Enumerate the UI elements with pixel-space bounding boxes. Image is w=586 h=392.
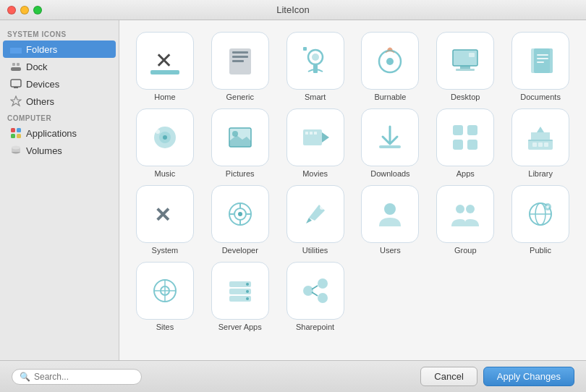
icon-item-group[interactable]: Group: [431, 185, 499, 255]
icon-box-music[interactable]: [136, 108, 194, 166]
icon-box-group[interactable]: [436, 185, 494, 243]
icon-item-server-apps[interactable]: Server Apps: [206, 262, 274, 331]
content-area: ✕ Home Generic: [119, 20, 586, 360]
cancel-button[interactable]: Cancel: [420, 367, 477, 386]
svg-rect-60: [467, 125, 477, 135]
svg-point-12: [12, 146, 20, 150]
icon-item-utilities[interactable]: Utilities: [281, 185, 349, 255]
icon-box-smart[interactable]: [286, 32, 344, 90]
icon-box-burnable[interactable]: [361, 32, 419, 90]
main-content: SYSTEM ICONS Folders Dock: [0, 20, 586, 360]
svg-rect-32: [460, 66, 470, 69]
icon-label-burnable: Burnable: [374, 93, 406, 101]
icon-item-library[interactable]: Library: [506, 108, 574, 178]
icon-item-developer[interactable]: Developer: [206, 185, 274, 255]
svg-rect-19: [232, 56, 248, 58]
icon-item-pictures[interactable]: Pictures: [206, 108, 274, 178]
svg-rect-6: [11, 128, 15, 132]
svg-rect-8: [11, 134, 15, 138]
icon-item-movies[interactable]: Movies: [281, 108, 349, 178]
icon-item-downloads[interactable]: Downloads: [357, 108, 425, 178]
search-input[interactable]: [34, 372, 134, 382]
icon-item-burnable[interactable]: Burnable: [357, 32, 425, 101]
maximize-button[interactable]: [33, 6, 42, 14]
icon-box-desktop[interactable]: [436, 32, 494, 90]
icon-label-apps: Apps: [457, 169, 475, 178]
icon-item-sites[interactable]: Sites: [131, 262, 199, 331]
svg-rect-18: [232, 51, 248, 54]
svg-rect-7: [17, 128, 21, 132]
sidebar-item-folders[interactable]: Folders: [3, 41, 116, 58]
search-box[interactable]: 🔍: [12, 369, 142, 385]
minimize-button[interactable]: [20, 6, 29, 14]
icon-item-music[interactable]: Music: [131, 108, 199, 178]
icon-item-documents[interactable]: Documents: [506, 32, 574, 101]
applications-icon: [10, 127, 22, 139]
svg-point-92: [546, 205, 549, 208]
svg-rect-24: [303, 47, 307, 51]
svg-rect-53: [305, 132, 308, 135]
icon-item-public[interactable]: Public: [506, 185, 574, 255]
svg-rect-55: [314, 132, 317, 135]
icon-box-utilities[interactable]: [286, 185, 344, 243]
icon-box-system[interactable]: ✕: [136, 185, 194, 243]
sidebar-item-devices[interactable]: Devices: [3, 75, 116, 93]
sidebar-item-applications[interactable]: Applications: [3, 124, 116, 142]
icon-box-pictures[interactable]: [211, 108, 269, 166]
svg-rect-69: [544, 142, 548, 147]
svg-rect-62: [467, 140, 477, 150]
svg-point-83: [384, 203, 396, 215]
icon-box-library[interactable]: [511, 108, 569, 166]
computer-label: COMPUTER: [0, 110, 119, 124]
icon-box-public[interactable]: [511, 185, 569, 243]
icon-box-home[interactable]: ✕: [136, 32, 194, 90]
icon-item-desktop[interactable]: Desktop: [431, 32, 499, 101]
svg-rect-68: [538, 142, 543, 147]
icon-box-generic[interactable]: [211, 32, 269, 90]
icon-item-users[interactable]: Users: [357, 185, 425, 255]
close-button[interactable]: [7, 6, 16, 14]
svg-rect-30: [453, 50, 477, 66]
svg-point-103: [246, 290, 249, 293]
window-title: LiteIcon: [276, 4, 310, 15]
sidebar-item-volumes[interactable]: Volumes: [3, 142, 116, 159]
sidebar-item-dock[interactable]: Dock: [3, 58, 116, 75]
icon-box-movies[interactable]: [286, 108, 344, 166]
svg-rect-37: [534, 48, 553, 73]
icon-box-documents[interactable]: [511, 32, 569, 90]
icon-item-sharepoint[interactable]: Sharepoint: [281, 262, 349, 331]
svg-point-81: [320, 205, 324, 210]
svg-rect-58: [447, 119, 483, 155]
icon-box-sites[interactable]: [136, 262, 194, 320]
svg-point-45: [156, 129, 160, 134]
icon-box-downloads[interactable]: [361, 108, 419, 166]
icon-label-generic: Generic: [226, 93, 254, 101]
svg-rect-66: [528, 140, 553, 141]
sidebar-item-applications-label: Applications: [26, 128, 77, 139]
svg-rect-33: [456, 69, 475, 71]
svg-marker-52: [322, 132, 329, 142]
icon-box-server-apps[interactable]: [211, 262, 269, 320]
icon-item-system[interactable]: ✕ System: [131, 185, 199, 255]
svg-text:✕: ✕: [154, 204, 171, 226]
icon-item-apps[interactable]: Apps: [431, 108, 499, 178]
icon-box-sharepoint[interactable]: [286, 262, 344, 320]
icon-box-developer[interactable]: [211, 185, 269, 243]
svg-rect-20: [232, 60, 244, 62]
icon-box-apps[interactable]: [436, 108, 494, 166]
icon-item-smart[interactable]: Smart: [281, 32, 349, 101]
icon-item-generic[interactable]: Generic: [206, 32, 274, 101]
icon-label-documents: Documents: [520, 93, 561, 101]
icon-label-downloads: Downloads: [370, 169, 409, 178]
volumes-icon: [10, 145, 22, 156]
sidebar-item-others[interactable]: Others: [3, 93, 116, 110]
svg-rect-4: [11, 80, 21, 87]
sidebar-item-others-label: Others: [26, 96, 54, 107]
apply-changes-button[interactable]: Apply Changes: [483, 367, 574, 386]
icon-label-server-apps: Server Apps: [218, 323, 262, 331]
svg-rect-61: [453, 140, 463, 150]
svg-rect-15: [150, 70, 179, 74]
icon-item-home[interactable]: ✕ Home: [131, 32, 199, 101]
svg-point-79: [238, 212, 242, 216]
icon-box-users[interactable]: [361, 185, 419, 243]
